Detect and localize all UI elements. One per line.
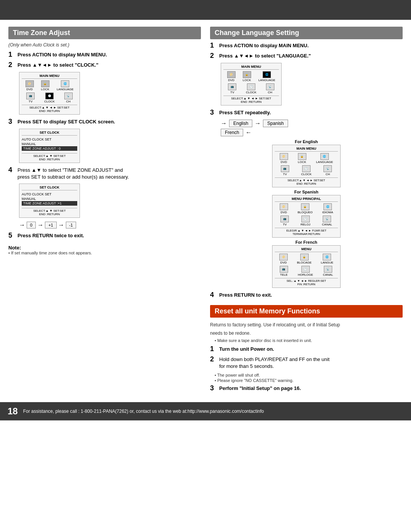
time-zone-row: TIME ZONE ADJUST : 0 (22, 146, 77, 151)
lang-box-english: English (229, 120, 252, 127)
fr-tv-label: TELE (280, 273, 288, 276)
fr-menu-select: SEL.:▲ ▼ ◄ ► REGLER:SET FIN :RETURN (275, 278, 338, 286)
arrow-right-icon-2: → (37, 222, 43, 228)
auto-clock-row-2: AUTO CLOCK SET (22, 192, 77, 197)
es-dvd-label: DVD (280, 211, 287, 214)
en-tv-label: TV (283, 173, 287, 176)
note-section: Note: • If set manually time zone does n… (8, 245, 201, 255)
right-step-3: 3 Press SET repeatedly. (210, 109, 403, 117)
reset-section: Reset all unit Memory Functions Returns … (210, 305, 403, 392)
menu-select-row: SELECT:▲ ▼ ◄ ► SET:SET END :RETURN (22, 105, 77, 113)
english-menu-title: MAIN MENU (275, 147, 338, 152)
set-clock-end-text-2: END :RETURN (22, 212, 77, 216)
menu-item-ch: 📡 CH (64, 93, 73, 103)
right-lock: 🔒 LOCK (243, 71, 251, 82)
fr-clock-icon: 🕐 (301, 266, 310, 273)
clock-label: CLOCK (44, 100, 55, 103)
right-dvd: 📀 DVD (227, 71, 236, 82)
es-clock-label: RELOJ (301, 223, 311, 226)
reset-bullet-3: • Please ignore "NO CASSETTE" warning. (210, 378, 403, 383)
right-step-4-text: Press RETURN to exit. (219, 292, 272, 299)
es-ch-icon: 📡 (323, 216, 331, 222)
time-zone-row-2: TIME ZONE ADJUST :+1 (22, 201, 77, 206)
step-5-num: 5 (8, 232, 15, 240)
select-text: SELECT:▲ ▼ ◄ ► SET:SET (22, 106, 77, 109)
right-step-2-text: Press ▲▼◄► to select "LANGUAGE." (219, 53, 311, 59)
en-end-text: END :RETURN (275, 182, 338, 185)
step-3-num: 3 (8, 118, 15, 126)
reset-step-2-main: Hold down both PLAY/REPEAT and FF on the… (219, 356, 330, 362)
for-english-label: For English (210, 139, 403, 144)
right-step-2-num: 2 (210, 52, 217, 60)
lang-arrow-right-icon: → (221, 120, 227, 127)
right-menu-title: MAIN MENU (223, 65, 279, 70)
reset-intro-1: Returns to factory setting. Use if reloc… (210, 321, 403, 328)
step-4-text: Press ▲▼ to select "TIME ZONE ADJUST" an… (18, 167, 129, 181)
for-spanish-label: For Spanish (210, 190, 403, 194)
en-lock-icon: 🔒 (298, 153, 306, 160)
fr-dvd-label: DVD (280, 261, 287, 264)
en-menu-select: SELECT:▲ ▼ ◄ ► SET:SET END :RETURN (275, 177, 338, 185)
menu-item-clock: 🕐 CLOCK (44, 93, 55, 103)
lock-label: LOCK (41, 88, 49, 91)
es-dvd-icon: 📀 (280, 203, 288, 210)
en-clock-icon: 🕐 (302, 165, 311, 172)
right-language-icon: 🌐 (263, 71, 271, 78)
right-dvd-icon: 📀 (227, 71, 236, 78)
reset-intro-2: needs to be redone. (210, 330, 403, 337)
menu-row-1: 📀 DVD 🔒 LOCK 🌐 LANGUAGE (22, 80, 77, 91)
set-clock-title: SET CLOCK (22, 131, 77, 136)
es-tv-icon: 📺 (280, 216, 289, 222)
fr-tv: 📺 TELE (280, 266, 288, 276)
es-ch: 📡 CANAL (322, 216, 332, 226)
right-select-text: SELECT:▲ ▼ ◄ ► SET:SET (223, 97, 279, 100)
language-icon: 🌐 (61, 80, 69, 87)
es-select-text: ELEGIR:▲ ▼ ◄ ► FIJAR:SET (275, 229, 338, 232)
english-menu-row-2: 📺 TV 🕐 CLOCK 📡 CH (275, 165, 338, 176)
french-menu-row-1: 📀 DVD 🔒 BLOCAGE 🌐 LANGUE (275, 254, 338, 264)
en-clock: 🕐 CLOCK (301, 165, 312, 176)
menu-row-2: 📺 TV 🕐 CLOCK 📡 CH (22, 93, 77, 103)
right-language: 🌐 LANGUAGE (258, 71, 275, 82)
right-step-4-num: 4 (210, 291, 217, 299)
reset-title: Reset all unit Memory Functions (210, 305, 403, 318)
lang-arrow-right-icon-2: → (255, 120, 261, 127)
set-clock-select: SELECT:▲ ▼ SET:SET END :RETURN (22, 153, 77, 161)
reset-step-1-num: 1 (210, 345, 217, 353)
en-language-label: LANGUAGE (316, 160, 333, 164)
right-column: Change Language Setting 1 Press ACTION t… (210, 27, 403, 395)
es-tv-label: TV (283, 223, 287, 226)
main-menu-diagram: MAIN MENU 📀 DVD 🔒 LOCK 🌐 LANGUAGE 📺 (19, 72, 80, 115)
es-language-label: IDIOMA (322, 211, 333, 214)
right-menu-select: SELECT:▲ ▼ ◄ ► SET:SET END :RETURN (223, 96, 279, 104)
arrow-box-minus1: -1 (66, 222, 76, 228)
reset-step-1-text: Turn the unit Power on. (219, 346, 274, 353)
spanish-menu: MENU PRINCIPAL 📀 DVD 🔒 BLOQUEO 🌐 IDIOMA (272, 195, 341, 238)
fr-clock: 🕐 HORLOGE (298, 266, 313, 276)
french-arrow-left-icon: ← (245, 129, 252, 136)
french-menu: MENU 📀 DVD 🔒 BLOCAGE 🌐 LANGUE (272, 245, 341, 288)
set-clock-select-2: SELECT:▲ ▼ SET:SET END :RETURN (22, 208, 77, 216)
reset-step-2-num: 2 (210, 355, 217, 363)
reset-step-2-text: Hold down both PLAY/REPEAT and FF on the… (219, 356, 330, 370)
right-clock-icon: 🕐 (247, 83, 255, 90)
es-clock: 🕐 RELOJ (301, 216, 311, 226)
step-4-main: Press ▲▼ to select "TIME ZONE ADJUST" an… (18, 167, 123, 173)
en-tv-icon: 📺 (281, 165, 289, 172)
manual-row: MANUAL (22, 142, 77, 146)
reset-step-1: 1 Turn the unit Power on. (210, 346, 403, 353)
en-tv: 📺 TV (281, 165, 289, 176)
step-1-num: 1 (8, 51, 15, 59)
reset-bullet-2: • The power will shut off. (210, 373, 403, 377)
fr-dvd-icon: 📀 (279, 254, 288, 260)
auto-clock-row: AUTO CLOCK SET (22, 137, 77, 142)
fr-language: 🌐 LANGUE (321, 254, 333, 264)
es-language-icon: 🌐 (323, 203, 332, 210)
step-1-text: Press ACTION to display MAIN MENU. (18, 51, 107, 58)
right-end-text: END :RETURN (223, 100, 279, 104)
es-lock-label: BLOQUEO (298, 211, 313, 214)
es-language: 🌐 IDIOMA (322, 203, 333, 214)
french-menu-title: MENU (275, 247, 338, 252)
french-row: French ← (221, 129, 403, 136)
fr-ch-icon: 📡 (324, 266, 332, 273)
